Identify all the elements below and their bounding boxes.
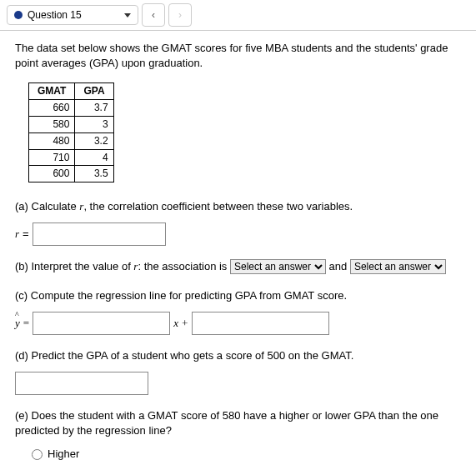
radio-row: Higher bbox=[32, 447, 461, 460]
var-yhat: ^ y bbox=[15, 316, 20, 331]
status-dot-icon bbox=[14, 11, 23, 19]
table-row: 5803 bbox=[29, 116, 114, 132]
r-input[interactable] bbox=[33, 222, 166, 246]
association-direction-select[interactable]: Select an answer bbox=[350, 259, 446, 274]
table-row: 6003.5 bbox=[29, 166, 114, 182]
prev-question-button[interactable]: ‹ bbox=[142, 3, 165, 27]
data-table: GMAT GPA 6603.7 5803 4803.2 7104 6003.5 bbox=[28, 82, 114, 182]
table-header: GMAT bbox=[29, 83, 75, 100]
question-intro: The data set below shows the GMAT scores… bbox=[15, 41, 461, 71]
chevron-left-icon: ‹ bbox=[152, 9, 155, 21]
chevron-down-icon bbox=[124, 13, 131, 18]
prediction-input[interactable] bbox=[15, 372, 148, 395]
var-r: r bbox=[15, 227, 19, 242]
question-dropdown[interactable]: Question 15 bbox=[7, 5, 138, 25]
part-d-answer-row bbox=[15, 372, 461, 395]
radio-higher[interactable] bbox=[32, 449, 43, 460]
question-body: The data set below shows the GMAT scores… bbox=[0, 31, 476, 460]
table-row: 4803.2 bbox=[29, 132, 114, 149]
slope-input[interactable] bbox=[33, 312, 170, 335]
next-question-button[interactable]: › bbox=[168, 3, 192, 27]
part-e-options: Higher Lower bbox=[32, 447, 461, 460]
intercept-input[interactable] bbox=[192, 312, 329, 335]
part-c: (c) Compute the regression line for pred… bbox=[15, 288, 461, 303]
question-label: Question 15 bbox=[28, 9, 82, 21]
part-a-answer-row: r = bbox=[15, 222, 461, 246]
part-d: (d) Predict the GPA of a student who get… bbox=[15, 348, 461, 363]
table-header: GPA bbox=[75, 83, 113, 100]
association-strength-select[interactable]: Select an answer bbox=[230, 259, 326, 274]
part-b: (b) Interpret the value of r: the associ… bbox=[15, 259, 461, 274]
radio-label: Higher bbox=[48, 447, 79, 460]
part-c-answer-row: ^ y = x + bbox=[15, 312, 461, 335]
table-row: 7104 bbox=[29, 149, 114, 166]
table-row: 6603.7 bbox=[29, 100, 114, 117]
part-e: (e) Does the student with a GMAT score o… bbox=[15, 408, 461, 438]
chevron-right-icon: › bbox=[178, 9, 182, 21]
top-bar: Question 15 ‹ › bbox=[0, 0, 476, 31]
x-plus: x + bbox=[173, 316, 188, 331]
part-a: (a) Calculate r, the correlation coeffic… bbox=[15, 199, 461, 214]
